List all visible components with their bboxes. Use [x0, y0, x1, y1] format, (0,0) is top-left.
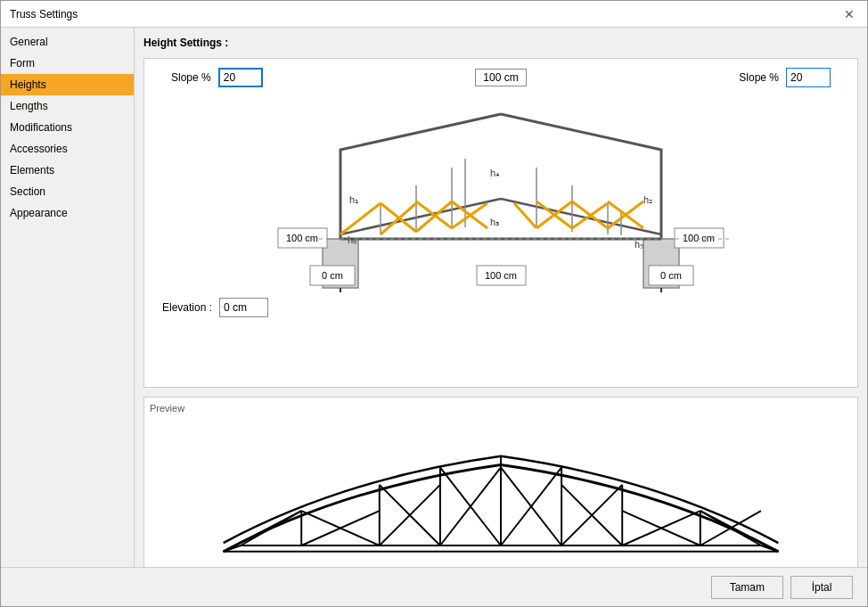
footer: Tamam İptal [1, 567, 867, 606]
slope-right-input[interactable] [786, 68, 831, 87]
svg-text:h₄: h₄ [490, 168, 500, 178]
sidebar-item-appearance[interactable]: Appearance [1, 202, 134, 224]
svg-text:h₃: h₃ [490, 217, 499, 227]
elevation-input[interactable] [219, 298, 268, 317]
window-title: Truss Settings [10, 8, 78, 21]
height-settings-title: Height Settings : [143, 37, 858, 49]
sidebar-item-lengths[interactable]: Lengths [1, 95, 134, 117]
preview-label: Preview [150, 403, 852, 414]
svg-text:100 cm: 100 cm [286, 233, 318, 243]
ok-button[interactable]: Tamam [711, 576, 783, 599]
truss-settings-window: Truss Settings ✕ General Form Heights Le… [0, 0, 868, 607]
svg-text:100 cm: 100 cm [683, 233, 715, 243]
truss-diagram: h₁ h₄ h₃ h₂ h₆ h₅ 100 cm 100 cm [144, 96, 857, 292]
sidebar-item-form[interactable]: Form [1, 53, 134, 74]
elevation-label: Elevation : [162, 301, 212, 314]
svg-text:0 cm: 0 cm [660, 270, 682, 281]
close-button[interactable]: ✕ [840, 7, 858, 21]
svg-text:0 cm: 0 cm [322, 270, 343, 281]
svg-text:h₁: h₁ [349, 194, 358, 205]
preview-section: Preview [143, 397, 858, 567]
slope-left-label: Slope % [171, 71, 211, 84]
sidebar-item-accessories[interactable]: Accessories [1, 138, 134, 160]
title-bar: Truss Settings ✕ [1, 1, 867, 28]
main-content: Height Settings : Slope % 100 cm Slope % [135, 28, 867, 567]
window-body: General Form Heights Lengths Modificatio… [1, 28, 867, 567]
height-settings-area: Slope % 100 cm Slope % [143, 58, 858, 388]
sidebar-item-heights[interactable]: Heights [1, 74, 134, 95]
elevation-row: Elevation : [144, 292, 857, 323]
sidebar-item-section[interactable]: Section [1, 181, 134, 202]
svg-text:h₆: h₆ [348, 234, 357, 245]
center-top-cm: 100 cm [475, 69, 526, 86]
preview-svg [150, 417, 852, 567]
svg-text:100 cm: 100 cm [485, 270, 517, 281]
cancel-button[interactable]: İptal [790, 576, 853, 599]
sidebar-item-modifications[interactable]: Modifications [1, 117, 134, 138]
sidebar: General Form Heights Lengths Modificatio… [1, 28, 135, 567]
sidebar-item-general[interactable]: General [1, 31, 134, 53]
slope-right-label: Slope % [739, 71, 779, 84]
sidebar-item-elements[interactable]: Elements [1, 160, 134, 181]
slope-left-input[interactable] [218, 68, 263, 87]
svg-text:h₅: h₅ [635, 239, 643, 250]
svg-text:h₂: h₂ [643, 194, 652, 205]
